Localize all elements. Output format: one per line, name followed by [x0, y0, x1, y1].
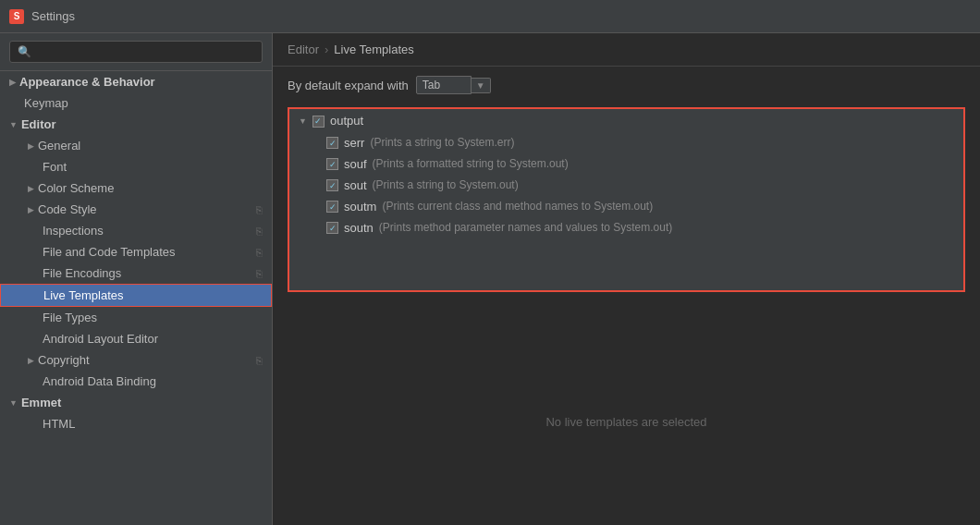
sidebar-item-label: Color Scheme	[38, 181, 114, 195]
search-bar[interactable]	[0, 33, 272, 71]
triangle-icon: ▼	[299, 116, 307, 126]
breadcrumb-separator: ›	[325, 43, 328, 56]
copy-icon: ⎘	[256, 226, 263, 237]
sidebar-item-code-style[interactable]: ▶ Code Style ⎘	[0, 199, 272, 220]
triangle-icon: ▶	[28, 184, 34, 193]
title-bar: S Settings	[0, 0, 980, 33]
souf-checkbox[interactable]	[326, 158, 338, 170]
sidebar-item-label: Live Templates	[43, 288, 123, 302]
toolbar: By default expand with Tab Enter Space ▼	[273, 67, 980, 104]
no-selection-text: No live templates are selected	[545, 415, 706, 429]
copy-icon: ⎘	[256, 268, 263, 279]
sidebar-item-html[interactable]: HTML	[0, 413, 272, 434]
sidebar-item-label: File Types	[43, 311, 97, 324]
template-item-souf[interactable]: souf (Prints a formatted string to Syste…	[289, 153, 963, 175]
sidebar-item-file-types[interactable]: File Types	[0, 307, 272, 328]
sidebar-item-file-code-templates[interactable]: File and Code Templates ⎘	[0, 241, 272, 262]
expand-select[interactable]: Tab Enter Space	[416, 76, 472, 94]
template-desc: (Prints a string to System.err)	[370, 136, 514, 149]
template-name: soutn	[344, 221, 374, 235]
sidebar-item-label: File Encodings	[43, 266, 121, 280]
triangle-icon: ▼	[9, 398, 18, 408]
templates-panel: ▼ output serr (Prints a string to System…	[288, 107, 965, 292]
dropdown-button[interactable]: ▼	[472, 78, 491, 93]
template-item-soutn[interactable]: soutn (Prints method parameter names and…	[289, 217, 963, 238]
group-label: output	[330, 114, 363, 128]
triangle-icon: ▶	[28, 205, 34, 214]
copy-icon: ⎘	[256, 204, 263, 215]
breadcrumb-parent: Editor	[288, 43, 319, 56]
breadcrumb: Editor › Live Templates	[273, 33, 980, 67]
template-name: soutm	[344, 200, 376, 214]
sidebar-item-label: Font	[43, 160, 67, 174]
soutn-checkbox[interactable]	[326, 222, 338, 234]
template-group-output[interactable]: ▼ output	[289, 109, 963, 132]
sidebar-item-live-templates[interactable]: Live Templates	[0, 284, 272, 307]
breadcrumb-current: Live Templates	[334, 43, 413, 56]
search-input[interactable]	[9, 41, 263, 63]
app-icon: S	[9, 9, 24, 24]
template-item-soutm[interactable]: soutm (Prints current class and method n…	[289, 196, 963, 217]
sidebar-item-inspections[interactable]: Inspections ⎘	[0, 220, 272, 241]
sidebar-item-file-encodings[interactable]: File Encodings ⎘	[0, 262, 272, 284]
serr-checkbox[interactable]	[326, 137, 338, 149]
sidebar-item-label: Copyright	[38, 353, 90, 367]
sidebar-item-android-data-binding[interactable]: Android Data Binding	[0, 371, 272, 392]
copy-icon: ⎘	[256, 355, 263, 366]
sidebar-item-label: Keymap	[24, 96, 68, 110]
sidebar: ▶ Appearance & Behavior Keymap ▼ Editor …	[0, 33, 273, 525]
sidebar-item-label: File and Code Templates	[43, 245, 176, 259]
template-item-serr[interactable]: serr (Prints a string to System.err)	[289, 132, 963, 153]
sidebar-item-keymap[interactable]: Keymap	[0, 92, 272, 114]
sidebar-item-label: Android Data Binding	[43, 374, 156, 388]
sidebar-item-general[interactable]: ▶ General	[0, 135, 272, 156]
content-area: Editor › Live Templates By default expan…	[273, 33, 980, 525]
template-name: sout	[344, 178, 367, 192]
sidebar-item-label: Editor	[21, 117, 56, 131]
main-container: ▶ Appearance & Behavior Keymap ▼ Editor …	[0, 33, 980, 525]
triangle-icon: ▶	[28, 356, 34, 365]
sidebar-item-label: Emmet	[21, 396, 61, 409]
output-group-checkbox[interactable]	[312, 116, 325, 128]
sidebar-item-font[interactable]: Font	[0, 156, 272, 177]
triangle-icon: ▶	[28, 141, 34, 151]
select-container[interactable]: Tab Enter Space ▼	[416, 76, 491, 94]
template-item-sout[interactable]: sout (Prints a string to System.out)	[289, 175, 963, 196]
sidebar-item-copyright[interactable]: ▶ Copyright ⎘	[0, 349, 272, 371]
no-selection-message: No live templates are selected	[273, 318, 980, 525]
sidebar-item-editor[interactable]: ▼ Editor	[0, 114, 272, 135]
sidebar-item-android-layout-editor[interactable]: Android Layout Editor	[0, 328, 272, 349]
window-title: Settings	[31, 9, 75, 23]
triangle-icon: ▼	[9, 120, 18, 129]
sidebar-item-label: HTML	[43, 417, 75, 431]
template-name: souf	[344, 157, 367, 171]
template-desc: (Prints current class and method names t…	[382, 200, 653, 213]
copy-icon: ⎘	[256, 247, 263, 258]
soutm-checkbox[interactable]	[326, 201, 338, 213]
sidebar-item-label: Android Layout Editor	[43, 332, 158, 346]
sidebar-item-label: Code Style	[38, 202, 97, 216]
sidebar-item-label: General	[38, 139, 80, 153]
sidebar-item-label: Appearance & Behavior	[19, 75, 155, 89]
sidebar-item-label: Inspections	[43, 224, 104, 238]
sidebar-item-color-scheme[interactable]: ▶ Color Scheme	[0, 177, 272, 199]
template-desc: (Prints a formatted string to System.out…	[373, 157, 569, 170]
sout-checkbox[interactable]	[326, 179, 338, 191]
template-desc: (Prints method parameter names and value…	[379, 221, 673, 234]
template-desc: (Prints a string to System.out)	[373, 178, 519, 191]
sidebar-item-appearance[interactable]: ▶ Appearance & Behavior	[0, 71, 272, 92]
triangle-icon: ▶	[9, 78, 16, 87]
template-name: serr	[344, 136, 364, 150]
toolbar-label: By default expand with	[288, 79, 409, 92]
sidebar-item-emmet[interactable]: ▼ Emmet	[0, 392, 272, 413]
